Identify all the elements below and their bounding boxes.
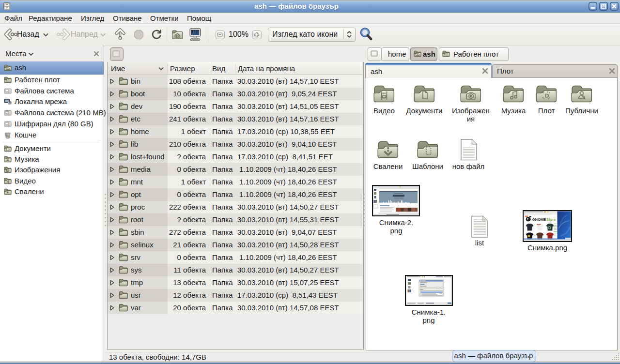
svg-text:GNOME: GNOME (532, 217, 546, 222)
svg-text:Store: Store (546, 217, 556, 222)
